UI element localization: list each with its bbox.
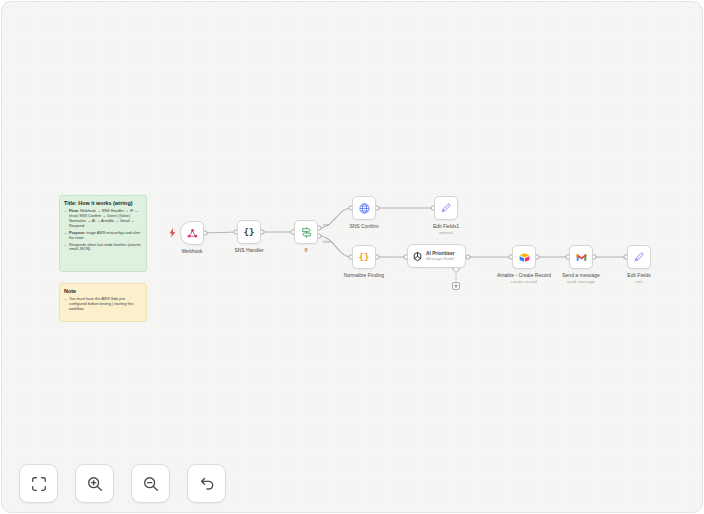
node-if[interactable] — [294, 220, 318, 244]
openai-icon — [412, 251, 423, 262]
node-subtitle: create: record — [497, 279, 551, 285]
sticky-note-bullets: You must have the AWS Side pre-configure… — [64, 297, 142, 312]
node-webhook[interactable] — [180, 221, 204, 245]
fit-view-button[interactable] — [19, 464, 58, 503]
trigger-bolt-icon — [169, 228, 176, 238]
if-output-false-label: false — [323, 240, 331, 244]
if-output-true-label: true — [323, 223, 329, 227]
sticky-note-how-it-works[interactable]: Title: How it works (wiring) Flow:Webhoo… — [59, 195, 147, 272]
node-ai-prioritizer[interactable]: AI Prioritizer Message Model — [407, 244, 466, 268]
ai-node-text: AI Prioritizer Message Model — [426, 251, 455, 262]
node-subtitle: manual — [433, 230, 459, 236]
pencil-icon — [633, 251, 645, 263]
node-label-send-a-message: Send a message send: message — [562, 272, 600, 284]
node-airtable-create-record[interactable] — [512, 245, 536, 269]
ai-node-subtitle: Message Model — [426, 256, 455, 261]
code-icon: {} — [359, 253, 370, 262]
node-subtitle: send: message — [562, 279, 600, 285]
webhook-icon — [186, 227, 199, 240]
node-edit-fields[interactable] — [627, 245, 651, 269]
sticky-note-title: Note — [64, 288, 142, 294]
sticky-bullet: Responds when last node finishes (return… — [69, 243, 142, 253]
add-tool-button[interactable] — [453, 283, 460, 290]
node-sns-handler[interactable]: {} — [237, 220, 261, 244]
node-subtitle: set — [627, 279, 650, 285]
airtable-icon — [518, 251, 531, 264]
zoom-in-icon — [86, 475, 104, 493]
node-label-edit-fields1: Edit Fields1 manual — [433, 223, 459, 235]
globe-http-icon — [358, 202, 371, 215]
pencil-icon — [440, 202, 452, 214]
undo-button[interactable] — [187, 464, 226, 503]
canvas-controls — [19, 464, 226, 503]
sticky-note-note[interactable]: Note You must have the AWS Side pre-conf… — [59, 283, 147, 322]
fit-view-icon — [30, 475, 48, 493]
zoom-out-icon — [142, 475, 160, 493]
sticky-note-bullets: Flow:Webhook → SNS Handler → IF → (true)… — [64, 209, 142, 252]
code-icon: {} — [244, 228, 255, 237]
node-label-if: If — [305, 247, 308, 254]
gmail-icon — [575, 251, 588, 264]
undo-icon — [198, 475, 216, 493]
zoom-out-button[interactable] — [131, 464, 170, 503]
sticky-bullet: Flow:Webhook → SNS Handler → IF → (true)… — [69, 209, 142, 229]
node-label-sns-handler: SNS Handler — [234, 247, 263, 254]
node-send-a-message[interactable] — [569, 245, 593, 269]
sticky-bullet: Purpose:triage AWS misconfigs and alert … — [69, 231, 142, 241]
node-label-edit-fields: Edit Fields set — [627, 272, 650, 284]
node-label-webhook: Webhook — [181, 248, 202, 255]
sticky-note-title: Title: How it works (wiring) — [64, 200, 142, 206]
signpost-if-icon — [300, 226, 313, 239]
node-label-sns-confirm: SNS Confirm — [349, 223, 378, 230]
zoom-in-button[interactable] — [75, 464, 114, 503]
workflow-canvas[interactable]: true false Title: How it works (wiring) … — [1, 1, 703, 513]
node-edit-fields1[interactable] — [434, 196, 458, 220]
node-normalize-finding[interactable]: {} — [352, 245, 376, 269]
node-label-airtable: Airtable - Create Record create: record — [497, 272, 551, 284]
node-sns-confirm[interactable] — [352, 196, 376, 220]
sticky-bullet: You must have the AWS Side pre-configure… — [69, 297, 142, 312]
node-label-normalize-finding: Normalize Finding — [344, 272, 384, 279]
